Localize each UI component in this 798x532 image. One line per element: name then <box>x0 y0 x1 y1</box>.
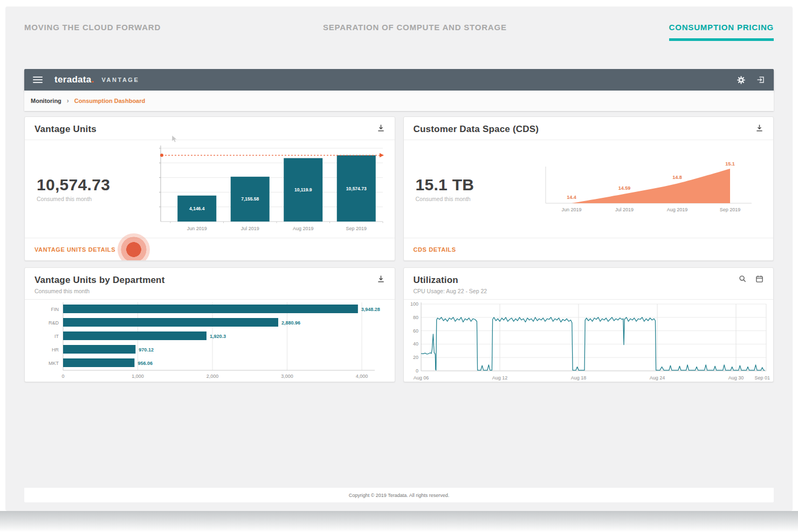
svg-text:Aug 18: Aug 18 <box>571 375 587 381</box>
cds-details-link[interactable]: CDS DETAILS <box>414 246 456 253</box>
download-icon[interactable] <box>377 275 385 283</box>
svg-text:HR: HR <box>52 347 59 353</box>
breadcrumb: Monitoring › Consumption Dashboard <box>24 91 774 111</box>
breadcrumb-separator-icon: › <box>67 97 69 105</box>
svg-text:Jun 2019: Jun 2019 <box>561 207 581 212</box>
breadcrumb-monitoring[interactable]: Monitoring <box>31 98 61 104</box>
page-bottom-fade <box>0 511 798 532</box>
svg-text:7,155.58: 7,155.58 <box>241 196 259 202</box>
vantage-units-header: Vantage Units <box>25 117 395 140</box>
svg-text:R&D: R&D <box>49 320 59 326</box>
svg-text:Sep 2019: Sep 2019 <box>720 207 741 212</box>
cds-title: Customer Data Space (CDS) <box>414 124 539 135</box>
vantage-units-footer: VANTAGE UNITS DETAILS <box>25 238 395 260</box>
tab-consumption-pricing[interactable]: CONSUMPTION PRICING <box>669 23 774 41</box>
tab-moving-the-cloud-forward[interactable]: MOVING THE CLOUD FORWARD <box>24 23 161 38</box>
svg-text:14.4: 14.4 <box>567 195 576 200</box>
department-header: Vantage Units by Department Consumed thi… <box>25 268 395 300</box>
cds-footer: CDS DETAILS <box>404 238 774 260</box>
department-bar-chart: 01,0002,0003,0004,000FIN3,948.28R&D2,880… <box>32 300 388 381</box>
svg-text:Jun 2019: Jun 2019 <box>187 226 207 231</box>
svg-text:14.59: 14.59 <box>618 185 631 190</box>
svg-text:20: 20 <box>413 355 418 360</box>
svg-text:0: 0 <box>416 368 418 374</box>
utilization-subtitle: CPU Usage: Aug 22 - Sep 22 <box>414 288 487 294</box>
svg-text:100: 100 <box>410 301 418 307</box>
cds-header: Customer Data Space (CDS) <box>404 117 774 140</box>
app-window: MOVING THE CLOUD FORWARD SEPARATION OF C… <box>5 6 793 511</box>
svg-text:970.12: 970.12 <box>139 347 154 353</box>
gear-icon[interactable] <box>737 75 746 85</box>
svg-text:Aug 06: Aug 06 <box>414 375 429 381</box>
svg-text:60: 60 <box>413 328 418 334</box>
svg-text:2,000: 2,000 <box>206 374 218 379</box>
svg-text:2,880.96: 2,880.96 <box>281 320 300 326</box>
vantage-units-caption: Consumed this month <box>37 196 135 202</box>
breadcrumb-consumption-dashboard[interactable]: Consumption Dashboard <box>74 98 145 104</box>
vantage-units-details-link[interactable]: VANTAGE UNITS DETAILS <box>35 246 115 253</box>
svg-text:1,920.3: 1,920.3 <box>210 334 226 339</box>
vantage-units-title: Vantage Units <box>35 124 97 135</box>
svg-text:1,000: 1,000 <box>132 374 144 379</box>
vantage-units-metric: 10,574.73 <box>37 176 135 194</box>
svg-text:Aug 2019: Aug 2019 <box>667 207 688 212</box>
download-icon[interactable] <box>755 124 763 132</box>
svg-text:Aug 2019: Aug 2019 <box>292 226 313 231</box>
svg-text:4,146.4: 4,146.4 <box>189 205 205 211</box>
svg-text:15.1: 15.1 <box>725 161 735 167</box>
click-indicator <box>118 233 150 261</box>
cds-area-chart: 14.4Jun 201914.59Jul 201914.8Aug 201915.… <box>540 160 758 216</box>
tab-separation-of-compute-and-storage[interactable]: SEPARATION OF COMPUTE AND STORAGE <box>323 23 507 38</box>
svg-text:Sep 2019: Sep 2019 <box>346 226 367 231</box>
svg-text:3,948.28: 3,948.28 <box>361 307 380 312</box>
svg-text:MKT: MKT <box>49 361 59 366</box>
svg-text:40: 40 <box>413 341 418 347</box>
svg-text:4,000: 4,000 <box>355 374 368 379</box>
utilization-header: Utilization CPU Usage: Aug 22 - Sep 22 <box>404 268 774 300</box>
utilization-title: Utilization <box>414 275 487 286</box>
dashboard-grid: Vantage Units 10,574.73 Consumed this mo… <box>24 116 774 382</box>
copyright-text: Copyright © 2019 Teradata. All rights re… <box>349 493 450 498</box>
svg-text:3,000: 3,000 <box>281 374 293 379</box>
svg-text:956.06: 956.06 <box>137 361 153 366</box>
svg-text:IT: IT <box>54 334 59 339</box>
download-icon[interactable] <box>377 124 385 132</box>
department-subtitle: Consumed this month <box>35 288 165 294</box>
svg-text:FIN: FIN <box>51 307 59 312</box>
cds-card: Customer Data Space (CDS) 15.1 TB Consum… <box>403 116 774 261</box>
product-name: VANTAGE <box>102 77 140 83</box>
svg-text:0: 0 <box>61 374 64 379</box>
cds-body: 15.1 TB Consumed this month 14.4Jun 2019… <box>404 140 774 238</box>
app-header-bar: teradata. VANTAGE <box>24 69 774 91</box>
svg-text:Sep 01: Sep 01 <box>755 375 771 381</box>
brand-dot: . <box>92 74 94 85</box>
svg-text:Aug 12: Aug 12 <box>492 375 508 381</box>
svg-text:Jul 2019: Jul 2019 <box>240 226 259 231</box>
zoom-search-icon[interactable] <box>739 275 747 283</box>
cds-metric: 15.1 TB <box>416 176 514 194</box>
svg-text:Jul 2019: Jul 2019 <box>615 207 634 212</box>
vantage-units-body: 10,574.73 Consumed this month 4,146.4Jun… <box>25 140 395 238</box>
utilization-body: 020406080100Aug 06Aug 12Aug 18Aug 24Aug … <box>404 300 774 382</box>
svg-text:Aug 30: Aug 30 <box>728 375 744 381</box>
cds-caption: Consumed this month <box>416 196 514 202</box>
svg-text:Aug 24: Aug 24 <box>650 375 665 381</box>
svg-text:80: 80 <box>413 315 418 320</box>
svg-text:10,574.73: 10,574.73 <box>346 185 366 191</box>
utilization-card: Utilization CPU Usage: Aug 22 - Sep 22 0… <box>403 267 774 382</box>
logout-icon[interactable] <box>756 75 765 84</box>
slide-tabs: MOVING THE CLOUD FORWARD SEPARATION OF C… <box>5 6 793 41</box>
header-actions <box>737 75 765 85</box>
teradata-logo: teradata. <box>54 74 94 85</box>
vantage-units-card: Vantage Units 10,574.73 Consumed this mo… <box>24 116 395 261</box>
department-body: 01,0002,0003,0004,000FIN3,948.28R&D2,880… <box>25 300 395 382</box>
site-footer: Copyright © 2019 Teradata. All rights re… <box>24 488 774 502</box>
svg-text:10,119.9: 10,119.9 <box>294 187 312 192</box>
vantage-units-bar-chart: 4,146.4Jun 20197,155.58Jul 201910,119.9A… <box>154 142 391 234</box>
department-card: Vantage Units by Department Consumed thi… <box>24 267 395 382</box>
hamburger-menu-icon[interactable] <box>33 75 43 85</box>
utilization-line-chart: 020406080100Aug 06Aug 12Aug 18Aug 24Aug … <box>405 300 772 382</box>
page: MOVING THE CLOUD FORWARD SEPARATION OF C… <box>0 0 798 532</box>
department-title: Vantage Units by Department <box>35 275 165 286</box>
calendar-icon[interactable] <box>755 275 763 283</box>
